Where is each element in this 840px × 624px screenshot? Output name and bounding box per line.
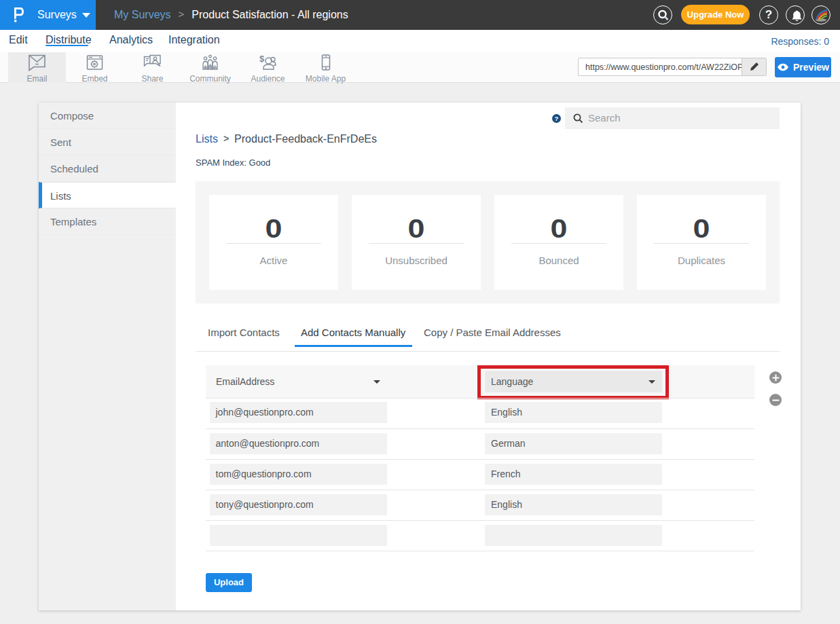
svg-text:$: $ [259, 54, 265, 64]
